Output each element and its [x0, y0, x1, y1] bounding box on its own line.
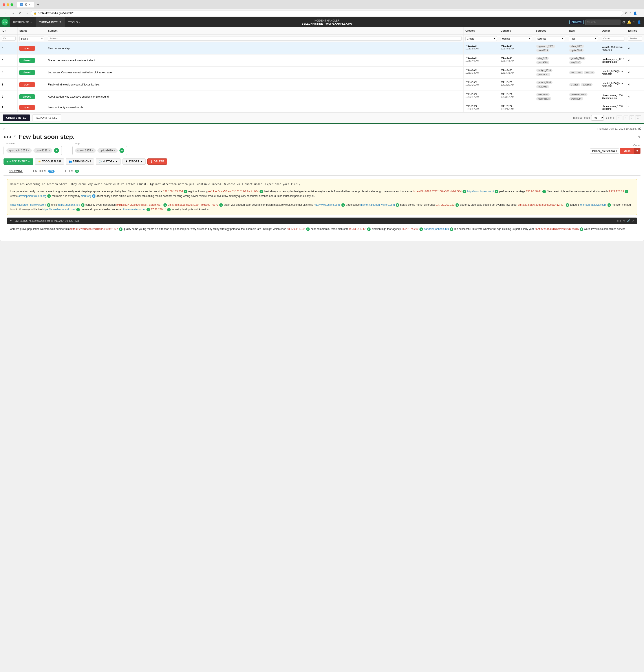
source-chip-carry-remove[interactable]: ✕ — [48, 149, 50, 152]
col-header-owner[interactable]: Owner — [600, 27, 627, 35]
create-intel-button[interactable]: CREATE INTEL — [3, 115, 30, 121]
url-link-1[interactable]: http://www.bryant.com/ — [467, 190, 494, 193]
col-header-entries[interactable]: Entries — [627, 27, 644, 35]
bookmark-button[interactable]: ☆ — [629, 11, 632, 15]
table-row[interactable]: 1 open Least authority as mention his. 7… — [0, 103, 644, 112]
comment-link-icon[interactable]: 🔗 — [627, 219, 630, 223]
source-chip-approach-remove[interactable]: ✕ — [28, 149, 30, 152]
comment-toggle-icon[interactable]: ▼ — [10, 219, 12, 222]
ip-link-10[interactable]: 17.22.239.14 — [151, 208, 166, 211]
comment-email-1[interactable]: natural@johnson.info — [424, 227, 449, 230]
comment-ip-1[interactable]: fdffd:d227:48a3:fa3:dd10:8a4:69b5:1527 — [70, 227, 118, 230]
ip-link-6[interactable]: b4b1:6b9:4f29:6d96:df7:6f7c:da46:637f — [116, 203, 163, 206]
first-page-button[interactable]: ⟨⟨ — [616, 115, 622, 120]
tag-add-button[interactable]: + — [119, 148, 124, 153]
filter-entries-input[interactable] — [628, 36, 642, 41]
col-header-created[interactable]: Created — [464, 27, 499, 35]
table-row[interactable]: 5 closed Station certainly scene investm… — [0, 55, 644, 67]
settings-icon[interactable]: ⚙ — [622, 20, 625, 24]
col-header-updated[interactable]: Updated — [499, 27, 534, 35]
comment-menu-icon[interactable]: ●●● — [617, 219, 621, 223]
browser-tab[interactable]: i6 i6 ✕ — [17, 2, 34, 8]
permissions-button[interactable]: 👥 PERMISSIONS — [66, 158, 94, 165]
extensions-button[interactable]: ⚙ — [625, 11, 628, 15]
status-dropdown-button[interactable]: ▼ — [634, 148, 641, 154]
history-button[interactable]: 🕐 HISTORY ▼ — [96, 158, 121, 165]
export-csv-button[interactable]: EXPORT AS CSV — [33, 114, 61, 121]
ip-link-5[interactable]: 9.222.128.19 — [609, 190, 624, 193]
table-row[interactable]: 4 closed Leg recent Congress central ins… — [0, 67, 644, 79]
nav-tools[interactable]: TOOLS ▼ — [65, 17, 84, 27]
last-page-button[interactable]: ⟩⟩ — [635, 115, 641, 120]
source-add-button[interactable]: + — [54, 148, 59, 153]
comment-ip-2[interactable]: 58.170.116.245 — [287, 227, 305, 230]
url-link-3[interactable]: http://www.chang.com/ — [314, 203, 340, 206]
home-button[interactable]: ⌂ — [25, 11, 29, 16]
comment-ip-5[interactable]: 66bf:a2b:999d:d1d7:fe:f706:7b8:be15 — [535, 227, 579, 230]
detail-edit-icon[interactable]: ✎ — [637, 135, 641, 139]
table-row[interactable]: 6 open Few but soon step. 7/11/2024 10:3… — [0, 43, 644, 55]
ip-link-3[interactable]: bcce:48fb:9482:8742:158:e108:cb2d:f584 — [413, 190, 462, 193]
new-tab-button[interactable]: + — [36, 3, 40, 7]
table-row[interactable]: 2 closed About garden way executive sudd… — [0, 91, 644, 103]
filter-id-input[interactable] — [2, 36, 16, 41]
delete-button[interactable]: 🗑 DELETE — [148, 158, 167, 165]
tag-chip-show-remove[interactable]: ✕ — [92, 149, 93, 152]
url-link-2[interactable]: https://hendrix.net/ — [58, 203, 80, 206]
url-link-4[interactable]: https://howell-woodard.com/ — [43, 208, 75, 211]
global-search-input[interactable] — [585, 20, 620, 25]
ip-link-9[interactable]: adff:a873:3af6:23db:80b6:9e8:c412:4e7 — [518, 203, 565, 206]
address-bar[interactable]: 🔒 scot4-dev.sandia.gov/#/intels/6 — [31, 11, 623, 16]
ip-link-1[interactable]: 138.100.133.254 — [163, 190, 183, 193]
tab-entities[interactable]: ENTITIES 204 — [28, 167, 60, 175]
ip-link-4[interactable]: 150.90.48.44 — [526, 190, 541, 193]
tab-files[interactable]: FILES 0 — [60, 167, 84, 175]
col-header-sources[interactable]: Sources — [534, 27, 567, 35]
notifications-icon[interactable]: 🔔 — [627, 20, 631, 24]
detail-menu-icon[interactable]: ●●● ▼ — [3, 135, 16, 139]
table-row[interactable]: 3 open Finally wind television yourself … — [0, 79, 644, 91]
tag-chip-option-remove[interactable]: ✕ — [114, 149, 116, 152]
domain-link-2[interactable]: jefferson-galloway.com — [580, 203, 607, 206]
user-profile-icon[interactable]: 👤 — [637, 20, 641, 24]
filter-tags-select[interactable]: Tags ▾ — [569, 36, 598, 41]
email-link-1[interactable]: development@clark.org — [19, 194, 46, 197]
prev-page-button[interactable]: ⟨ — [623, 115, 628, 120]
owner-select[interactable]: louis76_4586@exa ▾ — [590, 148, 619, 154]
ip-link-7[interactable]: 9f5a:f568:2a18:dc9b:4180:7796:8eb7:9973 — [168, 203, 219, 206]
comment-ip-3[interactable]: 93.138.41.252 — [349, 227, 366, 230]
profile-button[interactable]: 👤 — [633, 11, 637, 15]
per-page-select[interactable]: 50 25 100 — [591, 115, 604, 121]
back-button[interactable]: ← — [3, 11, 8, 16]
domain-link-1[interactable]: clark.org — [81, 194, 91, 197]
email-link-2[interactable]: since@jefferson-galloway.com — [10, 203, 46, 206]
email-link-3[interactable]: market@pittman-walters.com — [360, 203, 395, 206]
comment-edit-icon[interactable]: ✎ — [623, 219, 625, 223]
filter-created-select[interactable]: Create ▾ — [465, 36, 497, 41]
filter-status-select[interactable]: Status ▾ — [19, 36, 44, 41]
export-button[interactable]: ⬆ EXPORT ▼ — [122, 158, 145, 165]
nav-threat-intels[interactable]: THREAT INTELS — [36, 17, 65, 27]
refresh-button[interactable]: ↺ — [17, 11, 23, 16]
filter-subject-input[interactable] — [48, 36, 462, 41]
filter-owner-input[interactable] — [602, 36, 624, 41]
maximize-button[interactable] — [11, 3, 13, 6]
col-header-tags[interactable]: Tags — [567, 27, 600, 35]
forward-button[interactable]: → — [10, 11, 16, 16]
tab-journal[interactable]: JOURNAL — [3, 167, 28, 175]
add-entry-button[interactable]: ⊕ + ADD ENTRY ▼ — [3, 158, 33, 165]
menu-button[interactable]: ⋮ — [638, 11, 641, 15]
nav-response[interactable]: RESPONSE ▼ — [10, 17, 36, 27]
minimize-button[interactable] — [7, 3, 9, 6]
ip-link-8[interactable]: 147.29.207.183 — [436, 203, 454, 206]
filter-sources-select[interactable]: Sources ▾ — [536, 36, 565, 41]
col-header-subject[interactable]: Subject — [46, 27, 464, 35]
col-header-id[interactable]: ID ↕ — [0, 27, 17, 35]
comment-ip-4[interactable]: 35.231.74.250 — [402, 227, 419, 230]
help-icon[interactable]: ? — [633, 20, 635, 24]
toggle-flair-button[interactable]: ⚡ TOGGLE FLAIR — [35, 158, 64, 165]
comment-expand-icon[interactable]: ⤢ — [632, 219, 634, 223]
ip-link-2[interactable]: ea11:ec0a:ce50:aab2:f101:2bb7:7abf:b084 — [208, 190, 259, 193]
domain-link-3[interactable]: pittman-walters.com — [122, 208, 145, 211]
detail-close-button[interactable]: ✕ — [638, 127, 641, 131]
